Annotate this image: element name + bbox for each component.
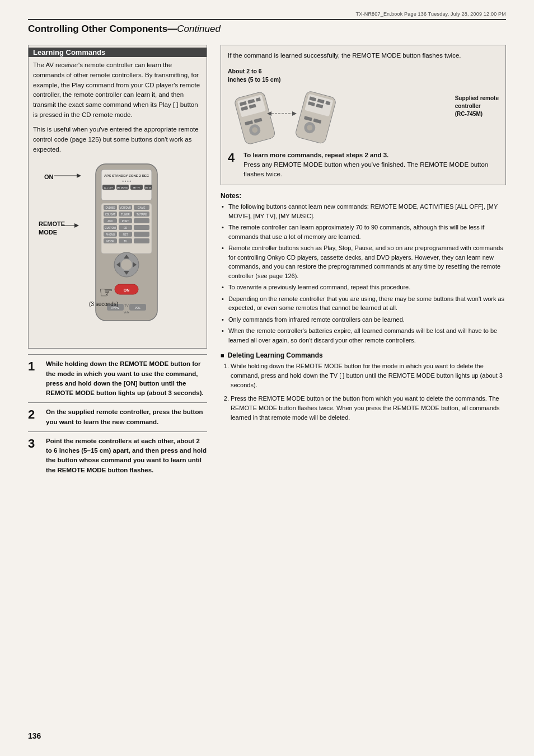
note-item: To overwrite a previously learned comman… xyxy=(221,283,506,292)
svg-text:TV: TV xyxy=(124,240,127,243)
svg-text:GAME: GAME xyxy=(138,206,145,209)
success-box: If the command is learned successfully, … xyxy=(221,45,506,185)
notes-list: The following buttons cannot learn new c… xyxy=(221,202,506,345)
on-label: ON xyxy=(44,173,54,180)
remote-mode-label: REMOTE MODE xyxy=(39,220,65,236)
right-column: If the command is learned successfully, … xyxy=(221,45,506,480)
note-item: The remote controller can learn approxim… xyxy=(221,223,506,241)
seconds-label: (3 seconds) xyxy=(89,301,118,307)
svg-text:CBL/SAT: CBL/SAT xyxy=(105,213,116,216)
svg-text:MY MOVIE: MY MOVIE xyxy=(117,186,128,189)
deleting-section: Deleting Learning Commands While holding… xyxy=(221,351,506,422)
svg-text:TV/TAPE: TV/TAPE xyxy=(137,213,147,216)
note-item: Remote controller buttons such as Play, … xyxy=(221,243,506,280)
left-column: Learning Commands The AV receiver's remo… xyxy=(28,45,207,480)
step1-block: 1 While holding down the REMOTE MODE but… xyxy=(28,354,207,402)
note-item: The following buttons cannot learn new c… xyxy=(221,202,506,220)
step4-block: 4 To learn more commands, repeat steps 2… xyxy=(228,151,499,180)
step2-number: 2 xyxy=(28,408,40,421)
svg-text:VOL: VOL xyxy=(135,306,140,309)
svg-point-50 xyxy=(121,259,132,270)
remotes-facing-svg xyxy=(228,88,340,144)
svg-rect-36 xyxy=(134,225,149,230)
svg-text:PORT: PORT xyxy=(122,220,129,223)
svg-text:MODE: MODE xyxy=(106,240,114,243)
distance-label: About 2 to 6inches (5 to 15 cm) xyxy=(228,67,442,83)
svg-text:ON: ON xyxy=(124,288,130,292)
svg-text:●      ●        ●     ●: ● ● ● ● xyxy=(122,179,131,182)
svg-text:DVD/BD: DVD/BD xyxy=(105,206,115,209)
svg-marker-3 xyxy=(74,223,79,228)
success-text: If the command is learned successfully, … xyxy=(228,51,499,60)
svg-text:CD: CD xyxy=(124,227,128,229)
learning-intro-text: The AV receiver's remote controller can … xyxy=(33,60,202,120)
learning-intro2-text: This is useful when you've entered the a… xyxy=(33,125,202,154)
step4-text: To learn more commands, repeat steps 2 a… xyxy=(243,151,499,180)
page: TX-NR807_En.book Page 136 Tuesday, July … xyxy=(0,0,534,756)
note-item: Depending on the remote controller that … xyxy=(221,294,506,313)
step3-block: 3 Point the remote controllers at each o… xyxy=(28,431,207,480)
deleting-list: While holding down the REMOTE MODE butto… xyxy=(221,361,506,422)
remote-svg: APX STANDBY ZONE 2 REC ● ● ● ● ALL OFF M… xyxy=(79,161,180,335)
svg-text:Vol+: Vol+ xyxy=(124,311,129,314)
remote-photo-area: About 2 to 6inches (5 to 15 cm) xyxy=(228,67,499,145)
note-item: Only commands from infrared remote contr… xyxy=(221,315,506,325)
file-info: TX-NR807_En.book Page 136 Tuesday, July … xyxy=(28,11,506,17)
svg-text:TUNER: TUNER xyxy=(121,213,130,216)
step4-number: 4 xyxy=(228,151,238,165)
deleting-title: Deleting Learning Commands xyxy=(221,351,506,359)
svg-text:MY TV: MY TV xyxy=(133,186,140,189)
step3-text: Point the remote controllers at each oth… xyxy=(46,436,207,475)
note-item: When the remote controller's batteries e… xyxy=(221,326,506,345)
svg-text:ALL OFF: ALL OFF xyxy=(104,186,114,189)
learning-commands-title: Learning Commands xyxy=(29,48,207,57)
step1-number: 1 xyxy=(28,360,40,373)
learning-commands-box: Learning Commands The AV receiver's remo… xyxy=(28,45,207,349)
svg-text:VCR/DVR: VCR/DVR xyxy=(120,206,132,209)
svg-text:MY M.: MY M. xyxy=(145,186,151,189)
svg-rect-31 xyxy=(134,218,149,223)
notes-section: Notes: The following buttons cannot lear… xyxy=(221,192,506,345)
svg-marker-76 xyxy=(292,111,297,116)
svg-rect-46 xyxy=(134,238,149,243)
svg-text:NET: NET xyxy=(123,233,128,236)
page-number: 136 xyxy=(28,731,41,740)
step3-number: 3 xyxy=(28,438,40,450)
deleting-item: While holding down the REMOTE MODE butto… xyxy=(231,361,506,390)
svg-text:TV: TV xyxy=(124,304,129,307)
svg-text:PHONO: PHONO xyxy=(106,233,115,236)
step1-text: While holding down the REMOTE MODE butto… xyxy=(46,359,207,398)
notes-title: Notes: xyxy=(221,192,506,200)
main-content: Learning Commands The AV receiver's remo… xyxy=(28,45,506,480)
supplied-remote-label: Supplied remote controller (RC-745M) xyxy=(455,95,499,118)
finger-icon: ☞ xyxy=(99,283,113,302)
svg-text:APX    STANDBY   ZONE 2  REC: APX STANDBY ZONE 2 REC xyxy=(104,174,149,177)
remote-diagram: ON REMOTE MODE xyxy=(39,161,202,340)
step2-block: 2 On the supplied remote controller, pre… xyxy=(28,402,207,431)
step2-text: On the supplied remote controller, press… xyxy=(46,407,207,427)
svg-text:CUSTOM: CUSTOM xyxy=(105,227,116,229)
svg-text:AUX: AUX xyxy=(107,220,113,223)
page-title: Controlling Other Components—Continued xyxy=(28,24,221,34)
svg-rect-41 xyxy=(134,232,149,237)
deleting-item: Press the REMOTE MODE button or the butt… xyxy=(231,394,506,422)
page-header: Controlling Other Components—Continued xyxy=(28,19,506,35)
